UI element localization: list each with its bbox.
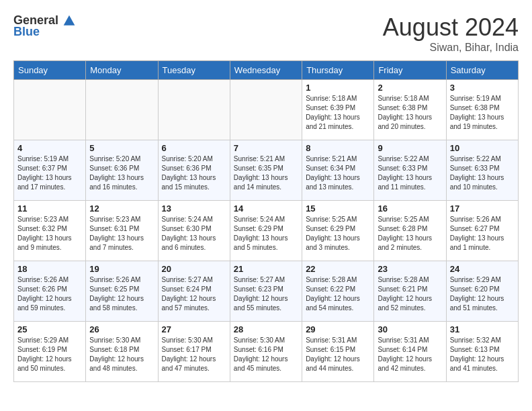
calendar-week-row: 25Sunrise: 5:29 AM Sunset: 6:19 PM Dayli… [14,322,519,382]
day-info: Sunrise: 5:19 AM Sunset: 6:38 PM Dayligh… [450,94,515,132]
day-number: 1 [306,83,370,93]
calendar-week-row: 18Sunrise: 5:26 AM Sunset: 6:26 PM Dayli… [14,261,519,322]
day-number: 3 [450,83,515,93]
day-number: 30 [378,324,442,334]
day-info: Sunrise: 5:22 AM Sunset: 6:33 PM Dayligh… [378,154,442,192]
day-info: Sunrise: 5:31 AM Sunset: 6:14 PM Dayligh… [378,336,442,373]
weekday-header-thursday: Thursday [302,61,374,80]
calendar-day-cell [14,80,86,140]
day-number: 15 [306,203,370,214]
day-number: 21 [234,264,298,274]
calendar-day-cell: 1Sunrise: 5:18 AM Sunset: 6:39 PM Daylig… [302,80,374,140]
day-number: 31 [450,324,515,334]
day-number: 2 [378,83,442,93]
day-info: Sunrise: 5:26 AM Sunset: 6:26 PM Dayligh… [17,275,82,313]
day-info: Sunrise: 5:31 AM Sunset: 6:15 PM Dayligh… [306,336,370,373]
day-number: 26 [89,324,154,334]
day-info: Sunrise: 5:28 AM Sunset: 6:21 PM Dayligh… [378,275,442,313]
day-number: 18 [17,264,82,274]
day-info: Sunrise: 5:30 AM Sunset: 6:17 PM Dayligh… [162,336,226,373]
calendar-header-row: SundayMondayTuesdayWednesdayThursdayFrid… [14,61,519,80]
day-info: Sunrise: 5:28 AM Sunset: 6:22 PM Dayligh… [306,275,370,313]
day-number: 13 [162,203,226,214]
calendar-day-cell: 7Sunrise: 5:21 AM Sunset: 6:35 PM Daylig… [230,140,302,201]
day-info: Sunrise: 5:30 AM Sunset: 6:18 PM Dayligh… [89,336,154,373]
day-info: Sunrise: 5:29 AM Sunset: 6:20 PM Dayligh… [450,275,515,313]
day-info: Sunrise: 5:27 AM Sunset: 6:24 PM Dayligh… [162,275,226,313]
day-number: 10 [450,143,515,153]
page-header: General Blue August 2024 Siwan, Bihar, I… [13,13,519,54]
calendar-day-cell [86,80,158,140]
calendar-day-cell: 25Sunrise: 5:29 AM Sunset: 6:19 PM Dayli… [14,322,86,382]
weekday-header-monday: Monday [86,61,158,80]
calendar-day-cell: 4Sunrise: 5:19 AM Sunset: 6:37 PM Daylig… [14,140,86,201]
calendar-day-cell: 28Sunrise: 5:30 AM Sunset: 6:16 PM Dayli… [230,322,302,382]
day-info: Sunrise: 5:22 AM Sunset: 6:33 PM Dayligh… [450,154,515,192]
day-number: 8 [306,143,370,153]
calendar-day-cell: 12Sunrise: 5:23 AM Sunset: 6:31 PM Dayli… [86,201,158,261]
day-info: Sunrise: 5:20 AM Sunset: 6:36 PM Dayligh… [162,154,226,192]
calendar-day-cell [158,80,230,140]
day-info: Sunrise: 5:23 AM Sunset: 6:32 PM Dayligh… [17,215,82,253]
day-info: Sunrise: 5:32 AM Sunset: 6:13 PM Dayligh… [450,336,515,373]
location-subtitle: Siwan, Bihar, India [383,42,519,54]
day-number: 9 [378,143,442,153]
calendar-day-cell: 14Sunrise: 5:24 AM Sunset: 6:29 PM Dayli… [230,201,302,261]
day-number: 11 [17,203,82,214]
calendar-day-cell: 11Sunrise: 5:23 AM Sunset: 6:32 PM Dayli… [14,201,86,261]
calendar-day-cell [230,80,302,140]
day-info: Sunrise: 5:30 AM Sunset: 6:16 PM Dayligh… [234,336,298,373]
day-number: 14 [234,203,298,214]
month-year-title: August 2024 [383,13,519,42]
day-number: 6 [162,143,226,153]
weekday-header-wednesday: Wednesday [230,61,302,80]
calendar-day-cell: 31Sunrise: 5:32 AM Sunset: 6:13 PM Dayli… [446,322,518,382]
weekday-header-saturday: Saturday [446,61,518,80]
day-number: 4 [17,143,82,153]
calendar-week-row: 4Sunrise: 5:19 AM Sunset: 6:37 PM Daylig… [14,140,519,201]
day-info: Sunrise: 5:20 AM Sunset: 6:36 PM Dayligh… [89,154,154,192]
day-number: 22 [306,264,370,274]
day-info: Sunrise: 5:29 AM Sunset: 6:19 PM Dayligh… [17,336,82,373]
calendar-day-cell: 5Sunrise: 5:20 AM Sunset: 6:36 PM Daylig… [86,140,158,201]
logo-blue-text: Blue [13,25,40,39]
calendar-day-cell: 8Sunrise: 5:21 AM Sunset: 6:34 PM Daylig… [302,140,374,201]
day-number: 27 [162,324,226,334]
day-info: Sunrise: 5:21 AM Sunset: 6:35 PM Dayligh… [234,154,298,192]
calendar-day-cell: 20Sunrise: 5:27 AM Sunset: 6:24 PM Dayli… [158,261,230,322]
day-number: 23 [378,264,442,274]
calendar-day-cell: 6Sunrise: 5:20 AM Sunset: 6:36 PM Daylig… [158,140,230,201]
day-number: 25 [17,324,82,334]
calendar-day-cell: 17Sunrise: 5:26 AM Sunset: 6:27 PM Dayli… [446,201,518,261]
calendar-day-cell: 27Sunrise: 5:30 AM Sunset: 6:17 PM Dayli… [158,322,230,382]
calendar-week-row: 1Sunrise: 5:18 AM Sunset: 6:39 PM Daylig… [14,80,519,140]
day-number: 5 [89,143,154,153]
day-info: Sunrise: 5:18 AM Sunset: 6:38 PM Dayligh… [378,94,442,132]
day-info: Sunrise: 5:25 AM Sunset: 6:28 PM Dayligh… [378,215,442,253]
day-number: 29 [306,324,370,334]
day-info: Sunrise: 5:25 AM Sunset: 6:29 PM Dayligh… [306,215,370,253]
day-info: Sunrise: 5:24 AM Sunset: 6:29 PM Dayligh… [234,215,298,253]
svg-marker-0 [64,15,75,25]
calendar-day-cell: 3Sunrise: 5:19 AM Sunset: 6:38 PM Daylig… [446,80,518,140]
calendar-day-cell: 26Sunrise: 5:30 AM Sunset: 6:18 PM Dayli… [86,322,158,382]
calendar-day-cell: 18Sunrise: 5:26 AM Sunset: 6:26 PM Dayli… [14,261,86,322]
day-info: Sunrise: 5:23 AM Sunset: 6:31 PM Dayligh… [89,215,154,253]
logo: General Blue [13,13,76,39]
calendar-day-cell: 23Sunrise: 5:28 AM Sunset: 6:21 PM Dayli… [374,261,446,322]
day-number: 19 [89,264,154,274]
calendar-day-cell: 9Sunrise: 5:22 AM Sunset: 6:33 PM Daylig… [374,140,446,201]
calendar-day-cell: 10Sunrise: 5:22 AM Sunset: 6:33 PM Dayli… [446,140,518,201]
weekday-header-tuesday: Tuesday [158,61,230,80]
day-info: Sunrise: 5:27 AM Sunset: 6:23 PM Dayligh… [234,275,298,313]
day-number: 28 [234,324,298,334]
day-info: Sunrise: 5:26 AM Sunset: 6:27 PM Dayligh… [450,215,515,253]
calendar-day-cell: 22Sunrise: 5:28 AM Sunset: 6:22 PM Dayli… [302,261,374,322]
logo-icon [62,14,76,28]
day-number: 12 [89,203,154,214]
calendar-day-cell: 13Sunrise: 5:24 AM Sunset: 6:30 PM Dayli… [158,201,230,261]
day-number: 20 [162,264,226,274]
day-info: Sunrise: 5:24 AM Sunset: 6:30 PM Dayligh… [162,215,226,253]
day-number: 7 [234,143,298,153]
calendar-day-cell: 29Sunrise: 5:31 AM Sunset: 6:15 PM Dayli… [302,322,374,382]
